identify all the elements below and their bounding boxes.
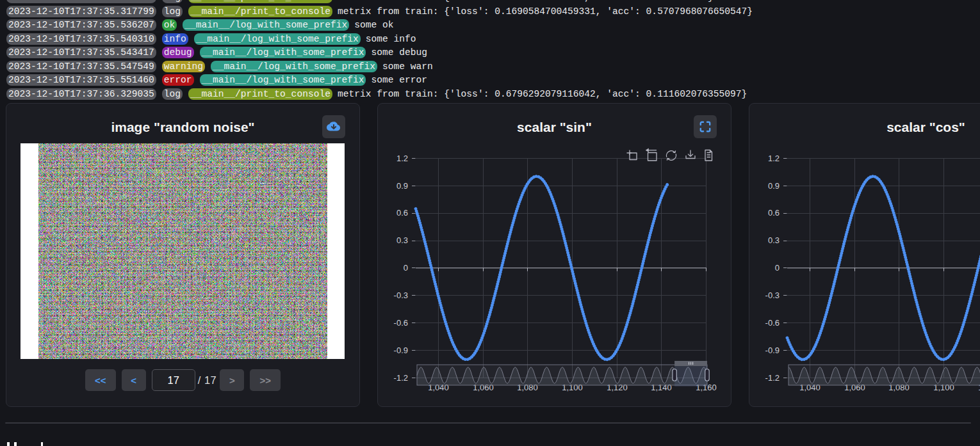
svg-text:0.6: 0.6 [396,208,408,218]
svg-text:-0.6: -0.6 [394,318,408,328]
svg-text:0: 0 [404,263,408,273]
svg-text:-0.3: -0.3 [394,291,408,300]
svg-text:1.2: 1.2 [396,154,408,163]
svg-text:0: 0 [775,263,780,273]
svg-text:0.9: 0.9 [768,181,780,191]
svg-text:-1.2: -1.2 [765,373,780,383]
svg-text:-1.2: -1.2 [394,373,408,383]
svg-text:0.9: 0.9 [396,181,408,191]
svg-text:-0.3: -0.3 [765,291,780,300]
svg-text:0.3: 0.3 [768,235,780,245]
svg-text:0.3: 0.3 [396,235,408,245]
svg-text:1.2: 1.2 [768,154,780,163]
svg-text:-0.6: -0.6 [765,318,780,328]
svg-text:0.6: 0.6 [768,208,780,218]
svg-text:-0.9: -0.9 [765,346,780,355]
svg-text:-0.9: -0.9 [394,346,408,355]
